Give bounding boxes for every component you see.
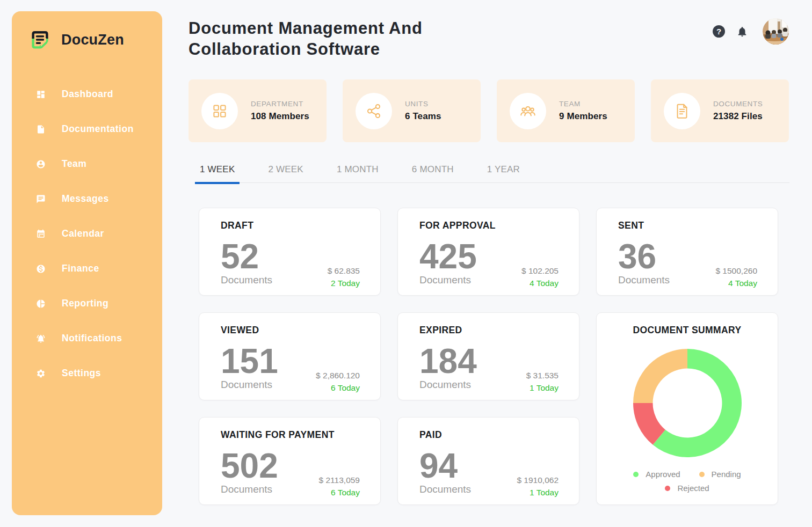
card-body: 52 Documents $ 62.835 2 Today (221, 243, 360, 286)
legend-dot-rejected (665, 486, 670, 491)
card-amount-block: $ 2113,059 6 Today (319, 475, 360, 497)
notifications-bell-icon[interactable] (736, 26, 748, 38)
waiting-count: 502 (221, 452, 278, 480)
legend-label: Approved (646, 470, 680, 479)
legend-item-approved[interactable]: Approved (633, 470, 680, 479)
expired-amount: $ 31.535 (526, 371, 559, 380)
people-icon (510, 93, 546, 129)
card-body: 502 Documents $ 2113,059 6 Today (221, 452, 360, 495)
legend-dot-approved (633, 472, 639, 477)
tab-1-month[interactable]: 1 MONTH (332, 162, 383, 184)
sidebar: DocuZen Dashboard Documentation Team Mes… (12, 11, 162, 515)
paid-count: 94 (419, 452, 471, 480)
gear-icon (36, 369, 46, 378)
card-expired: EXPIRED 184 Documents $ 31.535 1 Today (397, 312, 579, 400)
tab-1-year[interactable]: 1 YEAR (482, 162, 525, 184)
for-approval-count: 425 (419, 243, 477, 270)
card-viewed: VIEWED 151 Documents $ 2,860.120 6 Today (199, 312, 381, 400)
for-approval-today: 4 Today (521, 279, 559, 288)
card-amount-block: $ 1910,062 1 Today (517, 475, 559, 497)
chat-icon (36, 194, 46, 204)
sidebar-item-messages[interactable]: Messages (12, 181, 162, 216)
help-label: ? (716, 27, 721, 36)
document-icon (36, 125, 46, 134)
card-amount-block: $ 62.835 2 Today (328, 266, 360, 288)
card-amount-block: $ 2,860.120 6 Today (316, 371, 360, 393)
docuzen-logo-icon (32, 31, 48, 49)
card-count-block: 184 Documents (419, 347, 477, 391)
sidebar-item-documentation[interactable]: Documentation (12, 112, 162, 147)
waiting-amount: $ 2113,059 (319, 475, 360, 485)
for-approval-amount: $ 102.205 (521, 266, 559, 276)
stat-value: 21382 Files (713, 111, 763, 122)
viewed-today: 6 Today (316, 383, 360, 393)
viewed-count: 151 (221, 347, 278, 375)
legend-item-rejected[interactable]: Rejected (665, 484, 709, 493)
help-icon[interactable]: ? (713, 25, 725, 38)
tab-1-week[interactable]: 1 WEEK (195, 162, 240, 184)
metric-cards-grid: DRAFT 52 Documents $ 62.835 2 Today FOR … (199, 208, 778, 505)
grid-icon (201, 93, 238, 129)
card-title: SENT (618, 220, 644, 231)
card-paid: PAID 94 Documents $ 1910,062 1 Today (397, 417, 579, 505)
sent-amount: $ 1500,260 (715, 266, 757, 276)
card-unit-label: Documents (419, 274, 477, 286)
bell-ring-icon (36, 334, 46, 343)
stat-label: DOCUMENTS (713, 100, 763, 108)
dollar-icon (36, 264, 46, 274)
sidebar-nav: Dashboard Documentation Team Messages Ca… (12, 77, 162, 391)
stat-text: DOCUMENTS 21382 Files (713, 100, 763, 122)
card-unit-label: Documents (419, 379, 477, 391)
card-for-approval: FOR APPROVAL 425 Documents $ 102.205 4 T… (397, 208, 579, 296)
tab-2-week[interactable]: 2 WEEK (263, 162, 308, 184)
draft-amount: $ 62.835 (328, 266, 360, 276)
waiting-today: 6 Today (319, 488, 360, 497)
legend-label: Rejected (677, 484, 709, 493)
stat-label: TEAM (559, 100, 607, 108)
legend-label: Pending (712, 470, 741, 479)
share-icon (356, 93, 392, 129)
user-avatar[interactable] (763, 18, 789, 45)
dashboard-icon (36, 90, 46, 99)
page-title: Document Management And Collaboration So… (189, 18, 446, 60)
expired-count: 184 (419, 347, 477, 375)
sent-today: 4 Today (715, 279, 757, 288)
paid-amount: $ 1910,062 (517, 475, 559, 485)
card-title: DRAFT (221, 220, 253, 231)
legend-item-pending[interactable]: Pending (699, 470, 741, 479)
card-count-block: 502 Documents (221, 452, 278, 495)
card-unit-label: Documents (221, 379, 278, 391)
card-title: EXPIRED (419, 325, 462, 336)
sidebar-item-calendar[interactable]: Calendar (12, 216, 162, 251)
time-range-tabs: 1 WEEK 2 WEEK 1 MONTH 6 MONTH 1 YEAR (195, 162, 789, 183)
sidebar-item-settings[interactable]: Settings (12, 356, 162, 391)
sidebar-item-team[interactable]: Team (12, 147, 162, 181)
sidebar-item-reporting[interactable]: Reporting (12, 286, 162, 321)
stat-card-units: UNITS 6 Teams (343, 79, 481, 142)
stat-card-documents: DOCUMENTS 21382 Files (651, 79, 789, 142)
card-count-block: 94 Documents (419, 452, 471, 495)
card-amount-block: $ 102.205 4 Today (521, 266, 559, 288)
card-body: 36 Documents $ 1500,260 4 Today (618, 243, 757, 286)
sidebar-item-notifications[interactable]: Notifications (12, 321, 162, 356)
stat-text: DEPARTMENT 108 Members (251, 100, 309, 122)
stat-value: 6 Teams (405, 111, 441, 122)
card-count-block: 36 Documents (618, 243, 670, 286)
card-body: 151 Documents $ 2,860.120 6 Today (221, 347, 360, 391)
card-amount-block: $ 1500,260 4 Today (715, 266, 757, 288)
sidebar-item-finance[interactable]: Finance (12, 251, 162, 286)
donut-chart (633, 348, 742, 458)
expired-today: 1 Today (526, 383, 559, 393)
stat-card-team: TEAM 9 Members (497, 79, 635, 142)
donut-segment-pending (633, 349, 687, 403)
chart-legend: ApprovedPendingRejected (597, 470, 778, 493)
card-body: 94 Documents $ 1910,062 1 Today (419, 452, 559, 495)
document-summary-card: DOCUMENT SUMMARY ApprovedPendingRejected (596, 312, 778, 505)
sidebar-item-dashboard[interactable]: Dashboard (12, 77, 162, 112)
card-title: FOR APPROVAL (419, 220, 496, 231)
donut-svg (633, 348, 742, 458)
pie-chart-icon (36, 299, 46, 309)
card-count-block: 52 Documents (221, 243, 272, 286)
file-icon (664, 93, 700, 129)
tab-6-month[interactable]: 6 MONTH (407, 162, 459, 184)
